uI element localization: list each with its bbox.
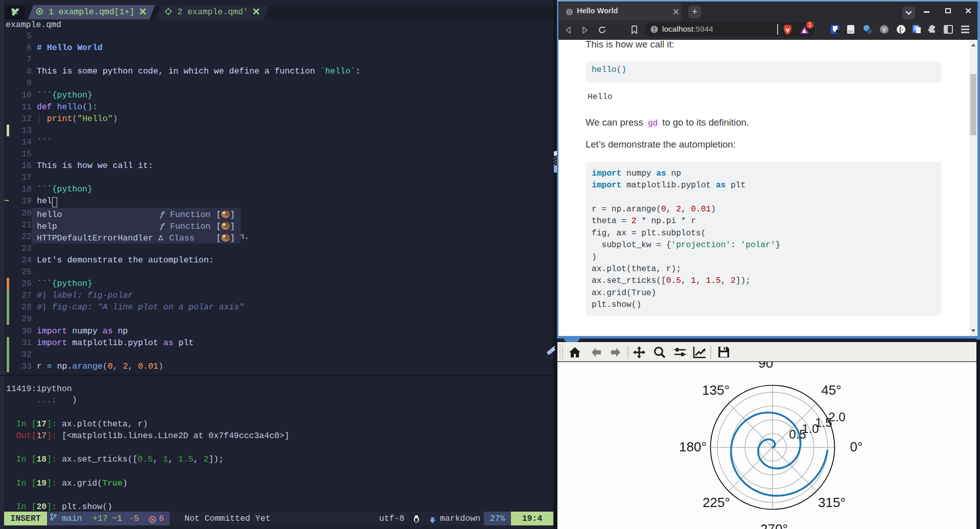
- svg-text:270°: 270°: [760, 521, 788, 529]
- svg-text:0°: 0°: [850, 439, 863, 454]
- svg-text:90°: 90°: [758, 362, 778, 371]
- svg-text:135°: 135°: [702, 382, 730, 398]
- svg-text:180°: 180°: [679, 439, 707, 454]
- svg-text:315°: 315°: [818, 495, 846, 510]
- svg-text:2.0: 2.0: [828, 410, 845, 424]
- svg-text:225°: 225°: [703, 495, 730, 510]
- svg-text:45°: 45°: [821, 382, 841, 398]
